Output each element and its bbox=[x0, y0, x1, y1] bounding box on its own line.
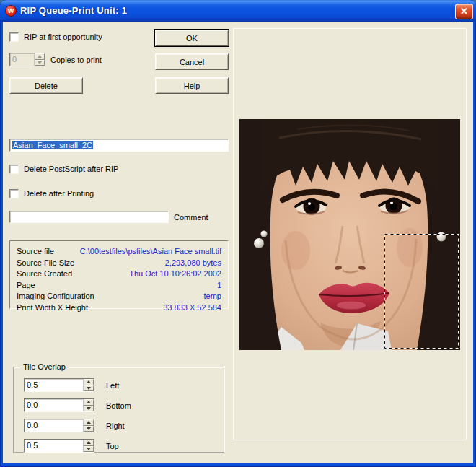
info-value: 33.833 X 52.584 bbox=[163, 302, 221, 314]
delete-button[interactable]: Delete bbox=[9, 77, 83, 94]
delete-postscript-checkbox[interactable] bbox=[9, 165, 19, 174]
tile-left-spinner[interactable]: 0.5 bbox=[24, 378, 94, 392]
spin-buttons[interactable] bbox=[83, 379, 94, 391]
tile-left-value[interactable]: 0.5 bbox=[25, 379, 83, 391]
copies-to-print-value: 0 bbox=[10, 53, 34, 66]
tile-left-label: Left bbox=[106, 381, 119, 390]
tile-top-spinner[interactable]: 0.5 bbox=[24, 439, 94, 453]
title-bar[interactable]: W RIP Queue-Print Unit: 1 ✕ bbox=[0, 0, 476, 22]
info-value: Thu Oct 10 10:26:02 2002 bbox=[129, 269, 221, 280]
rip-first-opportunity-checkbox[interactable] bbox=[9, 32, 19, 42]
info-row-page: Page 1 bbox=[17, 280, 221, 292]
delete-postscript-label: Delete PostScript after RIP bbox=[24, 165, 118, 174]
delete-after-printing-checkbox[interactable] bbox=[9, 189, 19, 198]
help-button[interactable]: Help bbox=[155, 77, 229, 94]
info-row-imaging-config: Imaging Configuration temp bbox=[17, 291, 221, 302]
copies-to-print-spinner: 0 bbox=[9, 53, 45, 66]
spin-up-button[interactable] bbox=[84, 399, 94, 406]
info-value: 1 bbox=[217, 280, 221, 292]
info-label: Source File Size bbox=[17, 258, 74, 269]
info-row-source-file: Source file C:\00testfiles\psfiles\Asian… bbox=[17, 246, 221, 258]
job-name-selected-text: Asian_Face_small_2C bbox=[12, 141, 93, 149]
info-value: 2,293,080 bytes bbox=[165, 258, 221, 269]
spin-up-button bbox=[35, 53, 45, 60]
spin-down-button bbox=[35, 60, 45, 66]
tile-right-spinner[interactable]: 0.0 bbox=[24, 419, 94, 432]
spin-down-button[interactable] bbox=[84, 446, 94, 453]
dialog-body: RIP at first opportunity 0 Copies to pri… bbox=[3, 22, 473, 463]
info-label: Source Created bbox=[17, 269, 72, 280]
info-value: C:\00testfiles\psfiles\Asian Face small.… bbox=[80, 246, 221, 258]
info-label: Source file bbox=[17, 246, 54, 258]
tile-bottom-spinner[interactable]: 0.0 bbox=[24, 398, 94, 412]
info-value: temp bbox=[204, 291, 221, 302]
rip-queue-print-dialog: W RIP Queue-Print Unit: 1 ✕ RIP at first… bbox=[0, 0, 476, 467]
rip-first-opportunity-label: RIP at first opportunity bbox=[24, 32, 102, 42]
tile-bottom-value[interactable]: 0.0 bbox=[25, 399, 83, 411]
tile-overlap-group: Tile Overlap 0.5 Left 0.0 Bottom 0.0 bbox=[13, 367, 225, 453]
info-label: Imaging Configuration bbox=[17, 291, 94, 302]
delete-after-printing-label: Delete after Printing bbox=[24, 189, 94, 198]
app-logo-icon: W bbox=[5, 5, 17, 17]
info-label: Print Width X Height bbox=[17, 302, 88, 314]
close-button[interactable]: ✕ bbox=[455, 4, 473, 19]
job-name-input[interactable]: Asian_Face_small_2C bbox=[9, 139, 229, 152]
spin-up-button[interactable] bbox=[84, 440, 94, 446]
cancel-button[interactable]: Cancel bbox=[155, 53, 229, 70]
spin-buttons[interactable] bbox=[83, 419, 94, 432]
preview-photo bbox=[239, 119, 460, 350]
spin-down-button[interactable] bbox=[84, 426, 94, 432]
spin-buttons[interactable] bbox=[83, 399, 94, 411]
tile-right-label: Right bbox=[106, 422, 125, 430]
spin-buttons[interactable] bbox=[83, 440, 94, 452]
info-row-file-size: Source File Size 2,293,080 bytes bbox=[17, 258, 221, 269]
spin-down-button[interactable] bbox=[84, 385, 94, 392]
comment-input[interactable] bbox=[9, 211, 169, 223]
info-label: Page bbox=[17, 280, 35, 292]
comment-label: Comment bbox=[174, 213, 208, 222]
spin-up-button[interactable] bbox=[84, 379, 94, 385]
info-row-print-size: Print Width X Height 33.833 X 52.584 bbox=[17, 302, 221, 314]
tile-top-label: Top bbox=[106, 442, 119, 450]
copies-spin-buttons bbox=[34, 53, 45, 66]
ok-button[interactable]: OK bbox=[155, 30, 229, 46]
window-title: RIP Queue-Print Unit: 1 bbox=[20, 5, 127, 16]
copies-to-print-label: Copies to print bbox=[50, 56, 102, 64]
tile-right-value[interactable]: 0.0 bbox=[25, 419, 83, 432]
tile-top-value[interactable]: 0.5 bbox=[25, 440, 83, 452]
spin-up-button[interactable] bbox=[84, 419, 94, 426]
info-row-created: Source Created Thu Oct 10 10:26:02 2002 bbox=[17, 269, 221, 280]
source-info-panel: Source file C:\00testfiles\psfiles\Asian… bbox=[9, 240, 229, 309]
spin-down-button[interactable] bbox=[84, 406, 94, 412]
tile-bottom-label: Bottom bbox=[106, 401, 131, 410]
tile-overlap-title: Tile Overlap bbox=[20, 362, 69, 371]
